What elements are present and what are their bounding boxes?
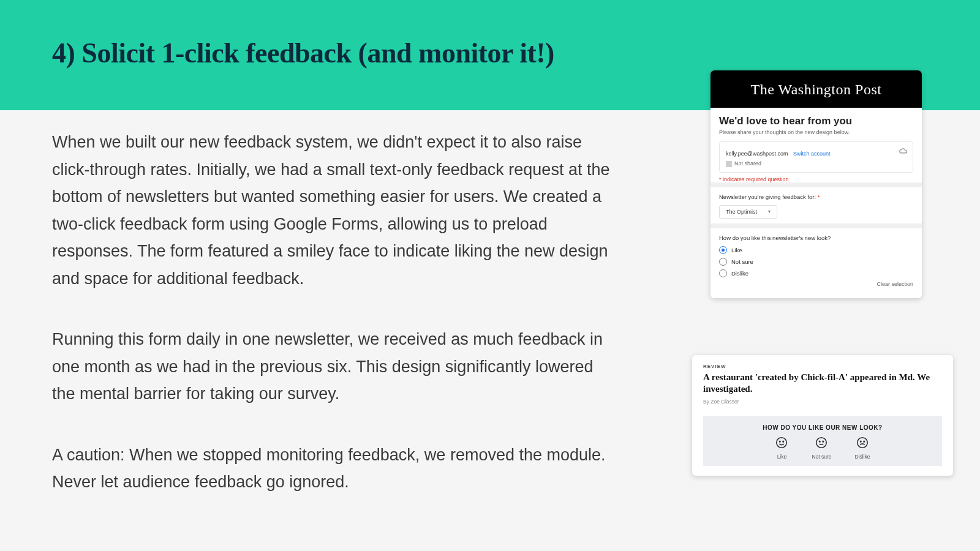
chevron-down-icon: ▾: [768, 209, 771, 214]
svg-point-6: [858, 437, 868, 448]
svg-point-5: [823, 441, 824, 441]
form-title: We'd love to hear from you: [719, 115, 913, 127]
article-byline: By Zoe Glasser: [703, 399, 942, 405]
question-newsletter: Newsletter you're giving feedback for: *: [719, 193, 913, 200]
svg-point-4: [820, 441, 820, 441]
cloud-icon: [899, 147, 908, 157]
paragraph-1: When we built our new feedback system, w…: [52, 129, 616, 292]
rate-dislike-button[interactable]: Dislike: [855, 436, 870, 460]
radio-dislike[interactable]: Dislike: [719, 269, 913, 277]
radio-icon-selected: [719, 246, 727, 254]
radio-icon: [719, 258, 727, 266]
clear-selection-link[interactable]: Clear selection: [719, 281, 913, 287]
svg-point-8: [864, 441, 864, 441]
kicker-label: REVIEW: [703, 364, 942, 369]
wapo-logo: The Washington Post: [710, 70, 922, 108]
svg-point-1: [780, 441, 780, 441]
radio-like[interactable]: Like: [719, 246, 913, 254]
rating-question: HOW DO YOU LIKE OUR NEW LOOK?: [703, 424, 942, 431]
radio-not-sure[interactable]: Not sure: [719, 258, 913, 266]
required-note: * indicates required question: [719, 176, 913, 182]
account-box: kelly.pee@washpost.com Switch account No…: [719, 141, 913, 173]
not-shared-label: Not shared: [734, 160, 761, 167]
svg-point-0: [777, 437, 787, 448]
body-text-column: When we built our new feedback system, w…: [52, 129, 616, 530]
question-like: How do you like this newsletter's new lo…: [719, 234, 913, 241]
switch-account-link[interactable]: Switch account: [793, 151, 831, 157]
newsletter-dropdown[interactable]: The Optimist ▾: [719, 205, 777, 219]
account-email: kelly.pee@washpost.com: [726, 151, 788, 157]
dropdown-value: The Optimist: [726, 209, 757, 215]
paragraph-2: Running this form daily in one newslette…: [52, 326, 616, 408]
feedback-form-screenshot: The Washington Post We'd love to hear fr…: [710, 70, 922, 298]
radio-icon: [719, 269, 727, 277]
rating-module: HOW DO YOU LIKE OUR NEW LOOK? Like Not s…: [703, 416, 942, 466]
svg-point-2: [783, 441, 783, 441]
form-subtitle: Please share your thoughts on the new de…: [719, 129, 913, 135]
frown-icon: [856, 436, 869, 452]
doc-icon: [726, 161, 732, 167]
svg-point-3: [816, 437, 827, 448]
newsletter-module-screenshot: REVIEW A restaurant 'created by Chick-fi…: [692, 355, 953, 476]
rate-like-button[interactable]: Like: [775, 436, 788, 460]
paragraph-3: A caution: When we stopped monitoring fe…: [52, 441, 616, 496]
smile-icon: [775, 436, 788, 452]
neutral-icon: [815, 436, 828, 452]
svg-point-7: [861, 441, 861, 441]
section-heading: 4) Solicit 1-click feedback (and monitor…: [52, 37, 554, 69]
article-title: A restaurant 'created by Chick-fil-A' ap…: [703, 372, 942, 395]
rate-notsure-button[interactable]: Not sure: [812, 436, 831, 460]
